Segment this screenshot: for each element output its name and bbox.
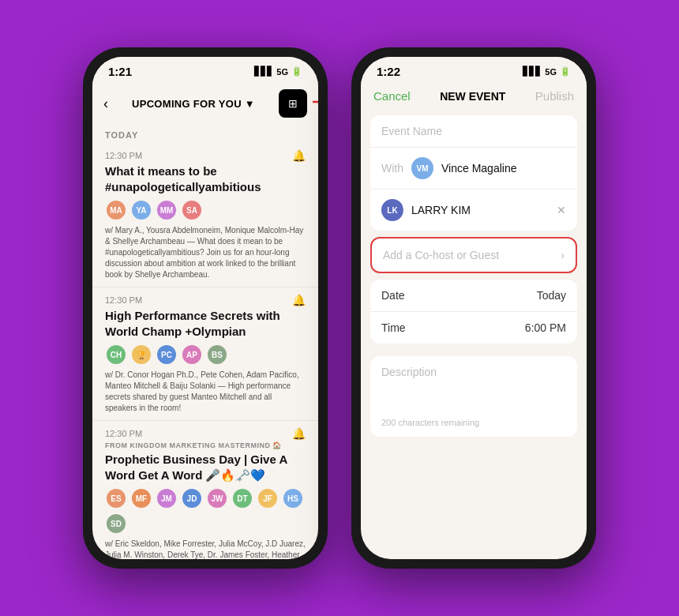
left-status-bar: 1:21 ▋▋▋ 5G 🔋 (92, 57, 318, 83)
right-status-time: 1:22 (377, 65, 400, 78)
host2-field[interactable]: LK LARRY KIM ✕ (370, 190, 577, 231)
phones-container: 1:21 ▋▋▋ 5G 🔋 ‹ UPCOMING FOR YOU ▼ ⊞ (83, 47, 596, 569)
cohost-field[interactable]: Add a Co-host or Guest › (370, 237, 577, 273)
time-row[interactable]: Time 6:00 PM (370, 312, 577, 344)
host2-avatar: LK (381, 199, 403, 221)
right-phone: 1:22 ▋▋▋ 5G 🔋 Cancel NEW EVENT Publish E… (351, 47, 596, 569)
network-icon: 5G (276, 67, 288, 77)
with-label: With (381, 162, 403, 175)
event-desc-1: w/ Mary A., Yousra Abdelmoneim, Monique … (105, 225, 306, 280)
left-phone-screen: 1:21 ▋▋▋ 5G 🔋 ‹ UPCOMING FOR YOU ▼ ⊞ (92, 57, 318, 559)
left-status-icons: ▋▋▋ 5G 🔋 (254, 66, 302, 77)
right-signal-icon: ▋▋▋ (523, 66, 542, 77)
chevron-right-icon: › (561, 249, 565, 261)
avatar-2-3: PC (156, 344, 178, 366)
event-desc-2: w/ Dr. Conor Hogan Ph.D., Pete Cohen, Ad… (105, 370, 306, 414)
event-title-2: High Performance Secrets with World Cham… (105, 308, 306, 339)
event-desc-3: w/ Eric Skeldon, Mike Forrester, Julia M… (105, 539, 306, 559)
avatar-1-4: SA (181, 199, 203, 221)
event-time-1: 12:30 PM (105, 151, 142, 160)
back-button[interactable]: ‹ (103, 96, 108, 112)
avatar-3-9: SD (105, 513, 127, 535)
add-event-button[interactable]: ⊞ (279, 89, 307, 118)
event-time-row-2: 12:30 PM 🔔 (105, 294, 306, 306)
time-label: Time (381, 321, 406, 334)
event-name-placeholder: Event Name (381, 125, 442, 137)
date-label: Date (381, 289, 405, 302)
event-title-1: What it means to be #unapologeticallyamb… (105, 163, 306, 194)
host1-avatar: VM (411, 157, 433, 179)
event-item-2[interactable]: 12:30 PM 🔔 High Performance Secrets with… (92, 287, 318, 421)
avatar-3-7: JF (257, 487, 279, 509)
bell-icon-2[interactable]: 🔔 (292, 294, 306, 306)
event-time-3: 12:30 PM (105, 429, 142, 438)
avatar-2-2: 🏆 (130, 344, 152, 366)
avatar-3-1: ES (105, 487, 127, 509)
cancel-button[interactable]: Cancel (373, 89, 411, 103)
right-phone-screen: 1:22 ▋▋▋ 5G 🔋 Cancel NEW EVENT Publish E… (361, 57, 587, 559)
avatars-3: ES MF JM JD JW DT JF HS SD (105, 487, 306, 535)
host1-name: Vince Magaline (441, 162, 516, 175)
avatar-3-3: JM (156, 487, 178, 509)
event-name-field[interactable]: Event Name (370, 115, 577, 148)
char-remaining: 200 characters remaining (381, 418, 566, 427)
event-item-1[interactable]: 12:30 PM 🔔 What it means to be #unapolog… (92, 143, 318, 287)
signal-icon: ▋▋▋ (254, 66, 273, 77)
avatar-2-4: AP (181, 344, 203, 366)
description-placeholder: Description (381, 366, 566, 378)
date-value: Today (537, 289, 566, 302)
battery-icon: 🔋 (291, 66, 302, 77)
bell-icon-1[interactable]: 🔔 (292, 149, 306, 162)
right-network-icon: 5G (545, 67, 557, 77)
avatar-1-3: MM (156, 199, 178, 221)
avatar-2-5: BS (206, 344, 228, 366)
calendar-add-icon: ⊞ (288, 97, 298, 110)
event-time-row-1: 12:30 PM 🔔 (105, 149, 306, 162)
arrow-indicator (313, 86, 318, 118)
form-section: Event Name With VM Vince Magaline (370, 115, 577, 231)
section-today: TODAY (92, 124, 318, 143)
date-row[interactable]: Date Today (370, 280, 577, 312)
avatars-1: MA YA MM SA (105, 199, 306, 221)
left-status-time: 1:21 (108, 65, 132, 78)
host2-name: LARRY KIM (411, 204, 471, 216)
avatar-1-2: YA (130, 199, 152, 221)
avatar-3-4: JD (181, 487, 203, 509)
remove-host2-button[interactable]: ✕ (557, 204, 566, 216)
left-phone: 1:21 ▋▋▋ 5G 🔋 ‹ UPCOMING FOR YOU ▼ ⊞ (83, 47, 328, 569)
bell-icon-3[interactable]: 🔔 (292, 427, 306, 440)
avatar-3-6: DT (231, 487, 253, 509)
description-section[interactable]: Description 200 characters remaining (370, 356, 577, 437)
host1-field[interactable]: With VM Vince Magaline (370, 148, 577, 190)
avatar-3-2: MF (130, 487, 152, 509)
modal-title: NEW EVENT (440, 90, 505, 103)
right-status-bar: 1:22 ▋▋▋ 5G 🔋 (361, 57, 587, 83)
date-time-section: Date Today Time 6:00 PM (370, 280, 577, 344)
event-time-row-3: 12:30 PM 🔔 (105, 427, 306, 440)
event-item-3[interactable]: 12:30 PM 🔔 From KINGDOM MARKETING MASTER… (92, 421, 318, 559)
from-label-3: From KINGDOM MARKETING MASTERMIND 🏠 (105, 441, 306, 449)
avatar-3-8: HS (282, 487, 304, 509)
cohost-placeholder: Add a Co-host or Guest (383, 249, 499, 261)
event-title-3: Prophetic Business Day | Give A Word Get… (105, 452, 306, 483)
publish-button[interactable]: Publish (535, 89, 574, 103)
avatar-2-1: CH (105, 344, 127, 366)
time-value: 6:00 PM (525, 321, 566, 334)
right-battery-icon: 🔋 (560, 66, 571, 77)
left-nav: ‹ UPCOMING FOR YOU ▼ ⊞ (92, 83, 318, 124)
right-status-icons: ▋▋▋ 5G 🔋 (523, 66, 571, 77)
avatars-2: CH 🏆 PC AP BS (105, 344, 306, 366)
left-content: TODAY 12:30 PM 🔔 What it means to be #un… (92, 124, 318, 559)
right-nav: Cancel NEW EVENT Publish (361, 83, 587, 109)
nav-title: UPCOMING FOR YOU ▼ (132, 98, 255, 110)
avatar-1-1: MA (105, 199, 127, 221)
avatar-3-5: JW (206, 487, 228, 509)
event-time-2: 12:30 PM (105, 295, 142, 305)
